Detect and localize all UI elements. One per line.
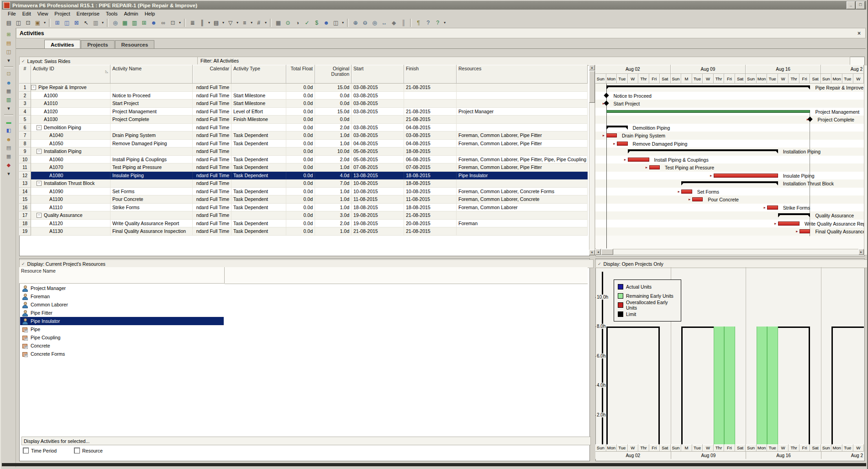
split-icon[interactable]: ║ <box>399 18 408 27</box>
dropdown-caret-icon[interactable]: ▾ <box>100 21 105 25</box>
level-resources-icon[interactable]: ⊙ <box>283 18 293 27</box>
resource-list-item[interactable]: Pipe Insulator <box>20 317 224 325</box>
resource-list-item[interactable]: Pipe Fitter <box>20 309 224 317</box>
help-icon[interactable]: ? <box>423 18 433 27</box>
tracking-icon[interactable]: ▥ <box>4 96 13 104</box>
scroll-down-icon[interactable]: ▼ <box>589 250 595 255</box>
menu-project[interactable]: Project <box>51 11 73 17</box>
dropdown-caret-icon[interactable]: ▾ <box>221 21 226 25</box>
dropdown-caret-icon[interactable]: ▾ <box>341 21 345 25</box>
group-bands-icon[interactable]: ≣ <box>188 18 197 27</box>
gantt-summary-bar[interactable] <box>606 126 628 127</box>
gantt-summary-bar[interactable] <box>778 213 810 215</box>
dropdown-caret-icon[interactable]: ▾ <box>442 21 447 25</box>
usage-view-icon[interactable]: ▥ <box>91 18 100 27</box>
gantt-horizontal-scrollbar[interactable] <box>595 249 864 255</box>
maximize-button[interactable]: □ <box>856 1 865 9</box>
marker-icon[interactable]: ◆ <box>389 18 399 27</box>
panels-icon[interactable]: ◫ <box>331 18 341 27</box>
menu-tools[interactable]: Tools <box>103 11 121 17</box>
dropdown-caret-icon[interactable]: ▾ <box>249 21 254 25</box>
gantt-summary-bar[interactable] <box>628 149 778 151</box>
column-header-od[interactable]: Original Duration <box>315 65 352 84</box>
histogram-icon[interactable]: ▥ <box>130 18 139 27</box>
currency-icon[interactable]: $ <box>312 18 321 27</box>
minimize-button[interactable]: _ <box>847 1 855 9</box>
calendar-icon[interactable]: ⊞ <box>139 18 149 27</box>
layout-icon[interactable]: ▤ <box>211 18 221 27</box>
gantt-view-icon[interactable]: ◫ <box>62 18 72 27</box>
scroll-right-icon[interactable]: ► <box>858 249 864 255</box>
gantt-loe-bar[interactable] <box>606 110 810 113</box>
gantt-week-header[interactable]: Aug 02 <box>595 65 671 74</box>
number-icon[interactable]: # <box>254 18 263 27</box>
column-header-res[interactable]: Resources <box>457 65 588 84</box>
projects-icon[interactable]: ▤ <box>4 39 13 47</box>
dropdown-caret-icon[interactable]: ▾ <box>42 21 47 25</box>
gantt-task-bar[interactable] <box>628 158 649 162</box>
apply-actuals-icon[interactable]: ✓ <box>302 18 312 27</box>
resource-list-item[interactable]: Concrete <box>20 342 224 350</box>
assignments-icon[interactable]: ◧ <box>4 126 13 134</box>
gantt-task-bar[interactable] <box>767 206 778 210</box>
tab-projects[interactable]: Projects <box>81 40 114 48</box>
menu-edit[interactable]: Edit <box>19 11 34 17</box>
scroll-left-icon[interactable]: ◄ <box>595 249 601 255</box>
gantt-task-bar[interactable] <box>800 229 810 233</box>
scroll-thumb[interactable] <box>589 71 595 103</box>
publish-icon[interactable]: ▣ <box>33 18 42 27</box>
risks-icon[interactable]: ◆ <box>4 161 13 169</box>
dropdown-caret-icon[interactable]: ▾ <box>207 21 211 25</box>
column-header-cal[interactable]: Calendar <box>193 65 231 84</box>
resource-list-item[interactable]: Foreman <box>20 292 224 300</box>
dropdown-caret-icon[interactable]: ▾ <box>4 105 13 112</box>
dropdown-caret-icon[interactable]: ▾ <box>263 21 268 25</box>
resources-icon[interactable]: ☻ <box>4 79 13 86</box>
gantt-task-bar[interactable] <box>692 197 703 201</box>
schedule-icon[interactable]: ▦ <box>274 18 283 27</box>
column-header-tf[interactable]: Total Float <box>286 65 315 84</box>
fit-columns-icon[interactable]: ↔ <box>379 18 389 27</box>
documents-icon[interactable]: ▤ <box>4 144 13 152</box>
print-preview-icon[interactable]: ◫ <box>14 18 23 27</box>
column-header-finish[interactable]: Finish <box>404 65 457 84</box>
checkbox-box[interactable] <box>23 448 29 453</box>
dropdown-caret-icon[interactable]: ▾ <box>4 170 13 178</box>
expand-collapse-icon[interactable]: − <box>37 125 42 130</box>
dropdown-caret-icon[interactable]: ▾ <box>235 21 240 25</box>
team-icon[interactable]: ☻ <box>4 135 13 143</box>
dropdown-caret-icon[interactable]: ▾ <box>178 21 182 25</box>
filter-icon[interactable]: ▽ <box>226 18 235 27</box>
gantt-summary-bar[interactable] <box>681 181 778 183</box>
search-icon[interactable]: ◎ <box>110 18 120 27</box>
layout-options-bar[interactable]: ✓Layout: Swiss Rides <box>19 57 850 66</box>
checkbox-time-period[interactable]: Time Period <box>23 448 57 453</box>
close-icon[interactable]: × <box>856 30 862 37</box>
assign-resource-icon[interactable]: ☻ <box>149 18 158 27</box>
column-header-start[interactable]: Start <box>352 65 404 84</box>
resource-name-column-header[interactable]: Resource Name <box>19 267 225 284</box>
scroll-up-icon[interactable]: ▲ <box>589 65 595 70</box>
spreadsheet-small-icon[interactable]: ▦ <box>4 153 13 160</box>
assign-icon[interactable]: ☻ <box>321 18 331 27</box>
tab-resources[interactable]: Resources <box>115 40 155 48</box>
gantt-summary-bar[interactable] <box>606 85 810 87</box>
zoom-out-icon[interactable]: ⊖ <box>360 18 370 27</box>
hint-help-icon[interactable]: ? <box>433 18 442 27</box>
gantt-task-bar[interactable] <box>606 133 617 137</box>
gantt-task-bar[interactable] <box>714 174 778 178</box>
resource-list-item[interactable]: Pipe <box>20 325 224 333</box>
gantt-task-bar[interactable] <box>778 221 800 226</box>
detail-box-icon[interactable]: ⊡ <box>168 18 178 27</box>
gantt-task-bar[interactable] <box>681 190 692 194</box>
tab-activities[interactable]: Activities <box>44 40 80 48</box>
expand-collapse-icon[interactable]: − <box>37 149 42 154</box>
checkbox-box[interactable] <box>74 448 80 453</box>
menu-view[interactable]: View <box>34 11 52 17</box>
expand-collapse-icon[interactable]: − <box>31 85 36 90</box>
dropdown-caret-icon[interactable]: ▾ <box>4 57 13 64</box>
columns-icon[interactable]: ║ <box>197 18 207 27</box>
print-icon[interactable]: ▤ <box>4 18 14 27</box>
progress-spotlight-icon[interactable]: ◑ <box>293 18 302 27</box>
display-activities-bar[interactable]: Display Activities for selected... <box>21 437 591 445</box>
